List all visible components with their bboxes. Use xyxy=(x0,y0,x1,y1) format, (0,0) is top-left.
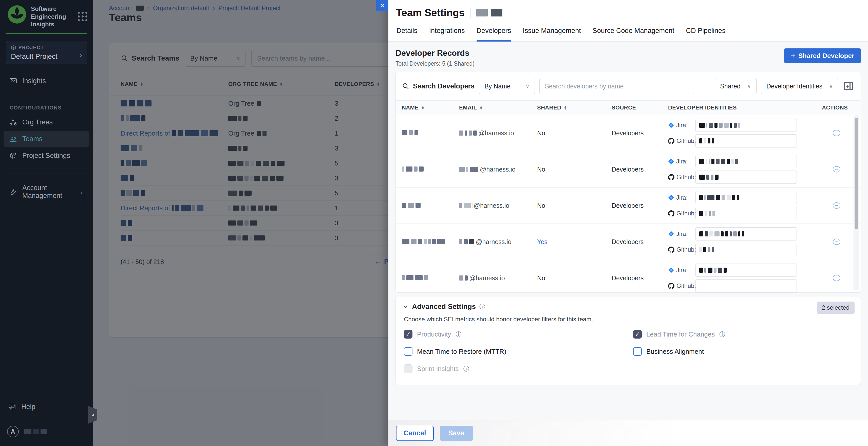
help-label: Help xyxy=(21,403,35,411)
team-settings-modal: ✕ Team Settings DetailsIntegrationsDevel… xyxy=(389,0,868,446)
developer-identities-cell: Jira:Github: xyxy=(668,191,810,220)
checkbox[interactable]: ✓ xyxy=(633,330,642,338)
shared-filter-value: Shared xyxy=(720,83,741,90)
remove-developer-button[interactable] xyxy=(832,202,841,210)
sidebar-item-teams[interactable]: Teams xyxy=(4,131,89,147)
module-grid-icon[interactable] xyxy=(78,12,87,21)
table-scrollbar[interactable] xyxy=(854,115,859,290)
org-tree-icon xyxy=(9,118,17,126)
developer-row[interactable]: @harness.ioNoDevelopersJira:Github: xyxy=(396,115,861,151)
search-developers-label: Search Developers xyxy=(413,82,474,90)
close-icon: ✕ xyxy=(379,2,385,10)
sidebar-item-project-settings[interactable]: Project Settings xyxy=(4,148,89,163)
identity-value-field[interactable] xyxy=(695,207,797,220)
remove-developer-button[interactable] xyxy=(832,129,841,137)
column-header-email[interactable]: EMAIL▲▼ xyxy=(459,105,537,111)
column-header-label: NAME xyxy=(402,105,418,111)
teams-icon xyxy=(9,135,17,143)
developer-identities-filter-select[interactable]: Developer Identities ∨ xyxy=(761,78,838,94)
developer-identities-cell: Jira:Github: xyxy=(668,264,810,292)
checkbox[interactable] xyxy=(404,347,412,356)
tab-developers[interactable]: Developers xyxy=(476,25,511,41)
checkbox[interactable]: ✓ xyxy=(404,330,412,338)
sidebar-item-account-management[interactable]: Account Management → xyxy=(4,184,89,200)
project-selector[interactable]: PROJECT Default Project › xyxy=(6,41,87,64)
identity-value-field[interactable] xyxy=(695,155,797,168)
info-icon: ⓘ xyxy=(456,330,461,338)
project-name: Default Project xyxy=(11,53,82,61)
column-header-name[interactable]: NAME▲▼ xyxy=(402,105,459,111)
identity-value-field[interactable] xyxy=(695,119,797,132)
close-button[interactable]: ✕ xyxy=(376,0,389,11)
tab-integrations[interactable]: Integrations xyxy=(429,25,465,41)
identity-value-field[interactable] xyxy=(695,243,797,256)
scrollbar-thumb[interactable] xyxy=(855,118,858,229)
redacted-text xyxy=(459,203,471,208)
checkbox[interactable] xyxy=(633,347,642,356)
tab-cd-pipelines[interactable]: CD Pipelines xyxy=(686,25,725,41)
checkbox[interactable] xyxy=(404,364,412,373)
developer-email-cell: @harness.io xyxy=(459,274,537,282)
remove-developer-button[interactable] xyxy=(832,238,841,246)
developer-row[interactable]: @harness.ioYesDevelopersJira:Github: xyxy=(396,224,861,260)
team-name-redacted xyxy=(476,9,502,17)
configurations-section-label: CONFIGURATIONS xyxy=(10,105,93,111)
remove-developer-button[interactable] xyxy=(832,274,841,282)
developer-row[interactable]: @harness.ioNoDevelopersJira:Github: xyxy=(396,151,861,187)
developer-email-cell: @harness.io xyxy=(459,129,537,137)
identity-label-text: Github: xyxy=(677,282,696,289)
identity-value-field[interactable] xyxy=(695,134,797,147)
identity-label-text: Jira: xyxy=(676,158,688,165)
sidebar-item-org-trees[interactable]: Org Trees xyxy=(4,114,89,130)
redacted-text xyxy=(699,195,739,200)
actions-cell xyxy=(810,202,848,210)
identity-value-field[interactable] xyxy=(695,279,797,292)
sort-icon[interactable]: ▲▼ xyxy=(421,106,424,110)
app-title: Software Engineering Insights xyxy=(31,5,71,28)
save-button[interactable]: Save xyxy=(440,426,473,441)
help-button[interactable]: ? Help xyxy=(7,403,86,411)
add-column-button[interactable] xyxy=(843,80,855,92)
developer-name-cell xyxy=(402,129,459,137)
identity-value-field[interactable] xyxy=(695,191,797,204)
chevron-down-icon[interactable] xyxy=(402,304,408,310)
identity-value-field[interactable] xyxy=(695,264,797,277)
redacted-text xyxy=(699,159,738,164)
actions-cell xyxy=(810,238,848,246)
tab-issue-management[interactable]: Issue Management xyxy=(523,25,581,41)
column-header-shared[interactable]: SHARED▲▼ xyxy=(537,105,612,111)
redacted-text xyxy=(459,239,474,244)
tab-source-code-management[interactable]: Source Code Management xyxy=(593,25,675,41)
tab-details[interactable]: Details xyxy=(397,25,417,41)
cancel-button[interactable]: Cancel xyxy=(396,426,434,441)
metric-options: ✓Productivityⓘ✓Lead Time for ChangesⓘMea… xyxy=(404,330,854,373)
developer-row[interactable]: @harness.ioNoDevelopersJira:Github: xyxy=(396,260,861,293)
add-shared-developer-button[interactable]: + Shared Developer xyxy=(784,49,861,63)
add-shared-developer-label: Shared Developer xyxy=(798,52,854,60)
wrench-icon xyxy=(9,188,17,196)
developers-search-input[interactable] xyxy=(539,78,694,94)
identity-value-field[interactable] xyxy=(695,171,797,184)
advanced-settings-card: Advanced Settings ⓘ 2 selected Choose wh… xyxy=(396,297,861,385)
email-suffix: @harness.io xyxy=(476,238,512,245)
developer-row[interactable]: l@harness.ioNoDevelopersJira:Github: xyxy=(396,187,861,224)
sort-icon[interactable]: ▲▼ xyxy=(479,106,483,110)
source-cell: Developers xyxy=(612,166,668,173)
user-menu[interactable]: A xyxy=(7,426,86,437)
remove-developer-button[interactable] xyxy=(832,165,841,173)
sort-icon[interactable]: ▲▼ xyxy=(564,106,567,110)
info-icon: ⓘ xyxy=(479,303,485,311)
developers-search-by-value: By Name xyxy=(485,83,510,90)
identity-value-field[interactable] xyxy=(695,227,797,240)
developers-search-by-select[interactable]: By Name ∨ xyxy=(479,78,535,94)
jira-icon xyxy=(668,267,674,273)
identity-label: Github: xyxy=(668,174,692,181)
github-icon xyxy=(668,138,675,144)
identity-label: Github: xyxy=(668,246,692,253)
sidebar-item-label: Account Management xyxy=(22,184,70,200)
avatar: A xyxy=(7,426,19,437)
shared-filter-select[interactable]: Shared ∨ xyxy=(715,78,756,94)
modal-tabs: DetailsIntegrationsDevelopersIssue Manag… xyxy=(389,25,868,41)
sidebar-item-insights[interactable]: Insights xyxy=(4,73,89,89)
identity-label-text: Jira: xyxy=(676,194,688,201)
